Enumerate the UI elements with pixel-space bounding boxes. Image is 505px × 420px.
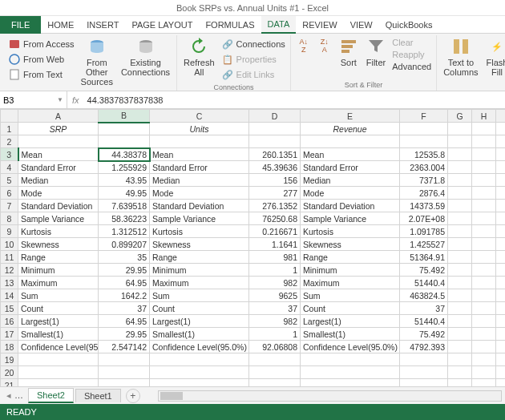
menu-quickbooks[interactable]: QuickBooks — [379, 16, 439, 34]
row-header[interactable]: 14 — [1, 289, 18, 302]
cell[interactable]: 37 — [400, 302, 448, 315]
cell[interactable] — [448, 161, 472, 174]
cell[interactable]: Skewness — [18, 238, 99, 251]
col-header-I[interactable]: I — [496, 110, 506, 123]
cell[interactable] — [472, 123, 496, 135]
cell[interactable]: 2876.4 — [400, 187, 448, 200]
cell[interactable]: Median — [18, 174, 99, 187]
cell[interactable] — [400, 135, 448, 148]
cell[interactable]: Sample Variance — [18, 212, 99, 225]
cell[interactable] — [400, 123, 448, 135]
cell[interactable]: Kurtosis — [150, 225, 249, 238]
col-header-H[interactable]: H — [472, 110, 496, 123]
properties-button[interactable]: 📋Properties — [220, 52, 287, 67]
cell[interactable] — [150, 135, 249, 148]
cell[interactable]: 1 — [249, 328, 301, 341]
cell[interactable] — [448, 212, 472, 225]
from-access-button[interactable]: From Access — [6, 37, 76, 51]
cell[interactable] — [496, 264, 506, 277]
cell[interactable]: 1 — [249, 264, 301, 277]
row-header[interactable]: 20 — [1, 366, 18, 379]
cell[interactable] — [472, 212, 496, 225]
cell[interactable] — [496, 225, 506, 238]
cell[interactable]: Standard Deviation — [301, 200, 400, 212]
tab-nav[interactable]: ◂ … — [3, 390, 26, 401]
cell[interactable] — [472, 353, 496, 366]
sheet-tab[interactable]: Sheet1 — [75, 389, 121, 402]
row-header[interactable]: 5 — [1, 174, 18, 187]
cell[interactable]: 64.95 — [99, 315, 150, 328]
cell[interactable]: Confidence Level(95.0%) — [18, 341, 99, 353]
cell[interactable]: 4792.393 — [400, 341, 448, 353]
cell[interactable] — [472, 379, 496, 387]
cell[interactable]: 14373.59 — [400, 200, 448, 212]
cell[interactable]: Range — [301, 251, 400, 264]
cell[interactable]: Confidence Level(95.0%) — [301, 341, 400, 353]
cell[interactable] — [448, 135, 472, 148]
cell[interactable]: 1.312512 — [99, 225, 150, 238]
cell[interactable] — [496, 341, 506, 353]
cell[interactable]: 2363.004 — [400, 161, 448, 174]
cell[interactable]: Mode — [150, 187, 249, 200]
spreadsheet-grid[interactable]: ABCDEFGHIJ1SRPUnitsRevenue23Mean44.38378… — [0, 109, 505, 386]
row-header[interactable]: 13 — [1, 277, 18, 289]
row-header[interactable]: 4 — [1, 161, 18, 174]
cell[interactable]: 29.95 — [99, 328, 150, 341]
sort-button[interactable]: Sort — [336, 35, 362, 69]
cell[interactable] — [448, 200, 472, 212]
cell[interactable]: 43.95 — [99, 174, 150, 187]
row-header[interactable]: 7 — [1, 200, 18, 212]
row-header[interactable]: 18 — [1, 341, 18, 353]
cell[interactable]: Maximum — [301, 277, 400, 289]
cell[interactable]: Minimum — [18, 264, 99, 277]
cell[interactable]: 12535.8 — [400, 148, 448, 161]
cell[interactable] — [99, 379, 150, 387]
existing-connections-button[interactable]: Existing Connections — [118, 35, 173, 79]
cell[interactable]: 7371.8 — [400, 174, 448, 187]
cell[interactable]: 9625 — [249, 289, 301, 302]
cell[interactable]: Sum — [150, 289, 249, 302]
cell[interactable]: Kurtosis — [18, 225, 99, 238]
cell[interactable]: Standard Deviation — [150, 200, 249, 212]
menu-insert[interactable]: INSERT — [80, 16, 125, 34]
cell[interactable] — [400, 353, 448, 366]
cell[interactable] — [496, 251, 506, 264]
cell[interactable] — [472, 251, 496, 264]
row-header[interactable]: 6 — [1, 187, 18, 200]
col-header-E[interactable]: E — [301, 110, 400, 123]
menu-view[interactable]: VIEW — [344, 16, 379, 34]
cell[interactable] — [472, 289, 496, 302]
cell[interactable]: Mode — [301, 187, 400, 200]
menu-formulas[interactable]: FORMULAS — [199, 16, 261, 34]
clear-button[interactable]: Clear — [390, 37, 433, 48]
row-header[interactable]: 16 — [1, 315, 18, 328]
edit-links-button[interactable]: 🔗Edit Links — [220, 67, 287, 82]
cell[interactable]: 2.547142 — [99, 341, 150, 353]
cell[interactable] — [301, 366, 400, 379]
cell[interactable] — [400, 379, 448, 387]
add-sheet-button[interactable]: + — [126, 389, 140, 403]
cell[interactable]: 29.95 — [99, 264, 150, 277]
cell[interactable]: 51440.4 — [400, 315, 448, 328]
row-header[interactable]: 3 — [1, 148, 18, 161]
cell[interactable] — [99, 353, 150, 366]
cell[interactable] — [472, 187, 496, 200]
cell[interactable] — [400, 366, 448, 379]
cell[interactable]: Units — [150, 123, 249, 135]
row-header[interactable]: 10 — [1, 238, 18, 251]
cell[interactable]: 1.1641 — [249, 238, 301, 251]
cell[interactable]: Confidence Level(95.0%) — [150, 341, 249, 353]
cell[interactable] — [448, 366, 472, 379]
cell[interactable] — [448, 289, 472, 302]
fx-icon[interactable]: fx — [72, 95, 79, 105]
cell[interactable]: Standard Error — [18, 161, 99, 174]
row-header[interactable]: 11 — [1, 251, 18, 264]
cell[interactable]: Range — [150, 251, 249, 264]
cell[interactable] — [496, 353, 506, 366]
cell[interactable] — [448, 353, 472, 366]
row-header[interactable]: 1 — [1, 123, 18, 135]
cell[interactable] — [496, 174, 506, 187]
cell[interactable] — [448, 238, 472, 251]
cell[interactable] — [472, 148, 496, 161]
cell[interactable]: 92.06808 — [249, 341, 301, 353]
